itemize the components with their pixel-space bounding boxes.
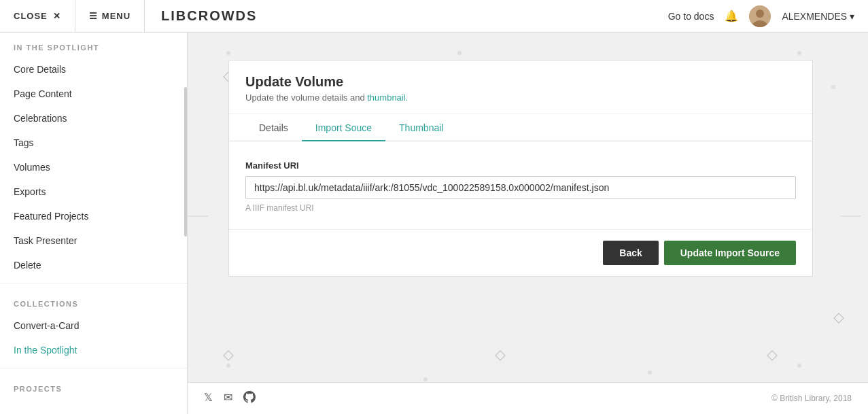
card-header: Update Volume Update the volume details … [229,61,812,114]
app-logo: LIBCROWDS [145,8,655,24]
sidebar-section-collections: COLLECTIONS [0,289,187,313]
twitter-icon[interactable]: 𝕏 [204,391,213,406]
body: IN THE SPOTLIGHT Core Details Page Conte… [0,33,868,414]
sidebar-section-projects: PROJECTS [0,374,187,398]
header-right: Go to docs 🔔 ALEXMENDES ▾ [655,5,868,27]
sidebar-item-celebrations[interactable]: Celebrations [0,106,187,131]
chevron-down-icon: ▾ [850,11,854,22]
tabs: Details Import Souce Thumbnail [229,114,812,141]
avatar [749,5,771,27]
docs-link[interactable]: Go to docs [668,11,714,22]
menu-button[interactable]: ☰ MENU [75,0,145,32]
form-body: Manifest URI A IIIF manifest URI [229,141,812,229]
card-subtitle: Update the volume details and thumbnail. [245,92,796,103]
copyright: © British Library, 2018 [771,394,852,403]
close-icon: ✕ [53,11,61,21]
back-button[interactable]: Back [603,241,658,265]
email-icon[interactable]: ✉ [224,391,232,406]
sidebar-item-convert-a-card[interactable]: Convert-a-Card [0,313,187,338]
sidebar-scrollbar[interactable] [184,87,187,237]
thumbnail-link[interactable]: thumbnail. [367,92,408,103]
manifest-uri-input[interactable] [245,176,796,199]
card-actions: Back Update Import Source [229,229,812,276]
sidebar-item-volumes[interactable]: Volumes [0,155,187,179]
sidebar-item-task-presenter[interactable]: Task Presenter [0,228,187,253]
notifications-bell-icon[interactable]: 🔔 [725,10,738,22]
manifest-uri-hint: A IIIF manifest URI [245,203,796,213]
tab-import-souce[interactable]: Import Souce [302,114,385,141]
sidebar-section-spotlight: IN THE SPOTLIGHT [0,33,187,57]
update-import-source-button[interactable]: Update Import Source [664,241,796,265]
sidebar-item-delete[interactable]: Delete [0,253,187,277]
header: CLOSE ✕ ☰ MENU LIBCROWDS Go to docs 🔔 AL… [0,0,868,33]
close-button[interactable]: CLOSE ✕ [0,0,75,32]
sidebar-item-exports[interactable]: Exports [0,179,187,204]
sidebar: IN THE SPOTLIGHT Core Details Page Conte… [0,33,188,414]
sidebar-item-page-content[interactable]: Page Content [0,82,187,106]
username-label[interactable]: ALEXMENDES ▾ [782,11,854,22]
main-content: Update Volume Update the volume details … [188,33,868,414]
menu-icon: ☰ [89,11,98,21]
sidebar-item-in-the-spotlight[interactable]: In the Spotlight [0,338,187,362]
update-volume-card: Update Volume Update the volume details … [228,60,813,277]
tab-details[interactable]: Details [245,114,302,141]
sidebar-divider-2 [0,368,187,368]
github-icon[interactable] [243,391,256,406]
card-title: Update Volume [245,74,796,90]
sidebar-item-featured-projects[interactable]: Featured Projects [0,204,187,228]
footer-social-icons: 𝕏 ✉ [204,391,256,406]
tab-thumbnail[interactable]: Thumbnail [385,114,457,141]
content-area: Update Volume Update the volume details … [188,33,868,382]
sidebar-item-tags[interactable]: Tags [0,131,187,155]
sidebar-divider [0,283,187,283]
manifest-uri-label: Manifest URI [245,160,796,171]
footer: 𝕏 ✉ © British Library, 2018 [188,382,868,414]
svg-point-1 [756,10,764,18]
menu-label: MENU [102,11,131,21]
sidebar-item-core-details[interactable]: Core Details [0,57,187,82]
close-label: CLOSE [14,11,48,21]
